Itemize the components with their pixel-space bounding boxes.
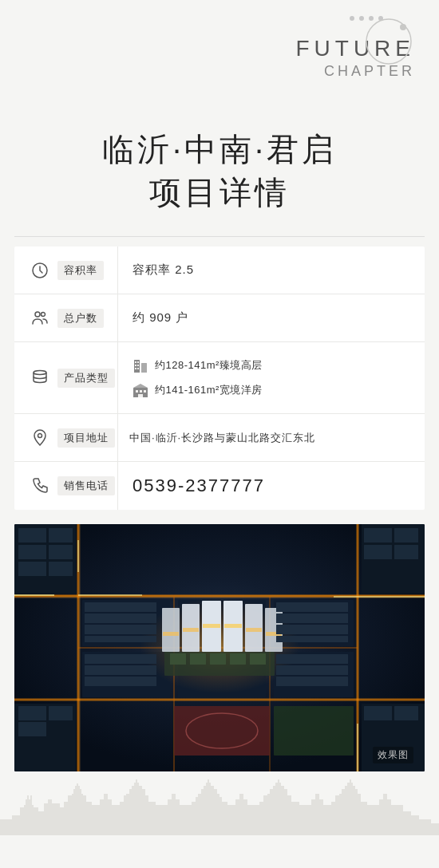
phone-value-cell: 0539-2377777: [118, 462, 425, 510]
dot-1: [350, 16, 354, 21]
plot-ratio-label: 容积率: [57, 261, 104, 280]
svg-rect-8: [135, 361, 136, 363]
phone-value: 0539-2377777: [132, 475, 265, 496]
svg-rect-19: [138, 394, 143, 397]
svg-rect-73: [18, 562, 46, 576]
household-value-cell: 约 909 户: [118, 294, 425, 341]
building-image-section: 效果图: [14, 524, 425, 771]
product-item-2: 约141-161m²宽境洋房: [132, 382, 410, 399]
product-type-label: 产品类型: [57, 369, 115, 388]
effect-label: 效果图: [373, 747, 413, 763]
svg-rect-80: [394, 528, 418, 542]
address-label-cell: 项目地址: [14, 414, 118, 461]
future-chapter-container: FUTURE CHAPTER: [295, 16, 415, 80]
address-value: 中国·临沂·长沙路与蒙山北路交汇东北: [129, 430, 315, 446]
svg-rect-56: [85, 602, 156, 612]
svg-rect-68: [276, 665, 348, 675]
svg-rect-64: [85, 654, 156, 664]
svg-point-5: [34, 370, 46, 374]
svg-rect-12: [135, 368, 136, 369]
svg-rect-74: [49, 528, 73, 542]
product-item-1: 约128-141m²臻境高层: [132, 357, 410, 374]
svg-rect-71: [18, 528, 46, 542]
svg-rect-9: [137, 361, 139, 363]
plot-ratio-icon: [29, 259, 51, 282]
svg-rect-61: [276, 614, 348, 623]
plot-ratio-value-cell: 容积率 2.5: [118, 247, 425, 294]
phone-icon: [29, 475, 51, 497]
product-text-1: 约128-141m²臻境高层: [155, 357, 263, 373]
svg-rect-63: [276, 636, 348, 642]
svg-rect-44: [163, 632, 179, 636]
svg-point-1: [400, 24, 406, 30]
svg-rect-17: [140, 390, 142, 393]
phone-label-cell: 销售电话: [14, 462, 118, 510]
svg-point-3: [35, 312, 40, 317]
household-row: 总户数 约 909 户: [14, 294, 425, 342]
svg-point-4: [42, 312, 45, 316]
svg-rect-7: [141, 363, 147, 373]
svg-rect-18: [144, 390, 146, 393]
product-icon-mansion: [132, 383, 148, 399]
svg-rect-46: [203, 624, 220, 628]
phone-label: 销售电话: [57, 476, 115, 495]
household-value: 约 909 户: [132, 309, 188, 327]
svg-rect-48: [246, 628, 262, 632]
product-text-2: 约141-161m²宽境洋房: [155, 382, 263, 398]
svg-rect-76: [49, 562, 73, 576]
circle-decoration: [363, 16, 415, 68]
product-type-label-cell: 产品类型: [14, 342, 118, 413]
household-label: 总户数: [57, 309, 104, 328]
svg-rect-57: [85, 614, 156, 623]
main-title-line1: 临沂·中南·君启: [24, 128, 415, 171]
phone-row: 销售电话 0539-2377777: [14, 462, 425, 510]
household-icon: [29, 307, 51, 329]
household-label-cell: 总户数: [14, 294, 118, 341]
address-row: 项目地址 中国·临沂·长沙路与蒙山北路交汇东北: [14, 414, 425, 462]
svg-rect-78: [364, 528, 392, 542]
product-value-cell: 约128-141m²臻境高层 约141-161m²宽境洋房: [118, 342, 425, 413]
svg-rect-47: [224, 624, 242, 628]
svg-rect-81: [394, 545, 418, 559]
plot-ratio-value: 容积率 2.5: [132, 261, 194, 279]
svg-rect-88: [394, 706, 418, 720]
plot-ratio-row: 容积率 容积率 2.5: [14, 247, 425, 294]
main-title: 临沂·中南·君启 项目详情: [24, 128, 415, 214]
divider-top: [14, 236, 425, 237]
svg-rect-85: [49, 706, 73, 720]
main-title-line2: 项目详情: [24, 171, 415, 214]
svg-rect-65: [85, 665, 156, 675]
svg-rect-84: [18, 722, 46, 736]
address-value-cell: 中国·临沂·长沙路与蒙山北路交汇东北: [118, 414, 425, 461]
svg-point-20: [38, 433, 42, 437]
page-wrapper: FUTURE CHAPTER 临沂·中南·君启 项目详情 容积率: [0, 0, 439, 868]
plot-ratio-label-cell: 容积率: [14, 247, 118, 294]
svg-rect-52: [190, 653, 206, 665]
svg-rect-54: [230, 653, 246, 665]
svg-rect-75: [49, 545, 73, 559]
svg-rect-91: [274, 706, 354, 756]
svg-rect-13: [137, 368, 139, 369]
svg-rect-11: [137, 365, 139, 366]
svg-rect-69: [276, 677, 348, 686]
svg-rect-55: [250, 653, 266, 665]
svg-rect-83: [18, 706, 46, 720]
svg-rect-51: [170, 653, 186, 665]
svg-rect-53: [210, 653, 226, 665]
skyline-svg: [0, 771, 439, 835]
svg-rect-67: [276, 654, 348, 664]
address-label: 项目地址: [57, 428, 115, 448]
svg-rect-62: [276, 625, 348, 634]
header-section: FUTURE CHAPTER 临沂·中南·君启 项目详情: [0, 0, 439, 230]
svg-rect-58: [85, 625, 156, 634]
svg-rect-60: [276, 602, 348, 612]
svg-rect-79: [364, 545, 392, 559]
svg-marker-15: [133, 384, 148, 388]
svg-rect-59: [85, 636, 156, 642]
building-aerial-view: [14, 524, 425, 771]
info-table: 容积率 容积率 2.5 总户数 约 909 户: [14, 247, 425, 510]
svg-rect-45: [183, 628, 199, 632]
product-icon-highrise: [132, 358, 148, 374]
location-icon: [29, 427, 51, 449]
svg-rect-87: [364, 706, 392, 720]
